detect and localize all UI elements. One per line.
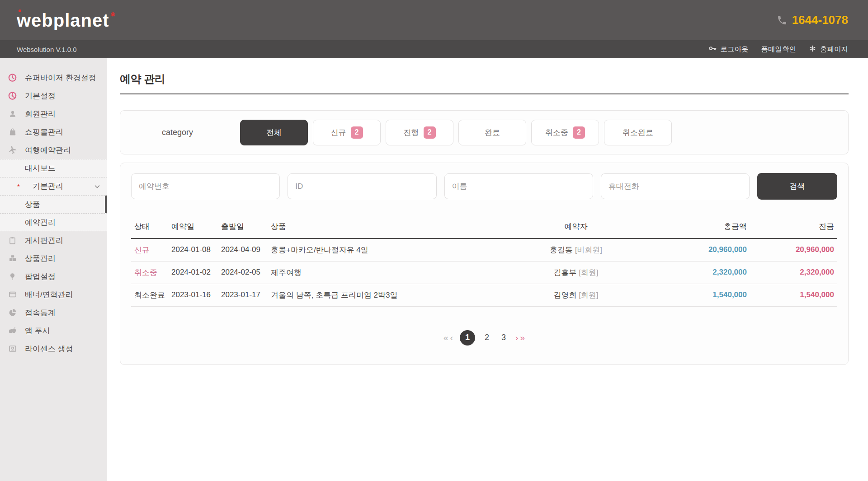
main-content: 예약 관리 category 전체신규2진행2완료취소중2취소완료 검색 상태예… bbox=[107, 58, 868, 481]
formmail-link-label: 폼메일확인 bbox=[761, 45, 797, 54]
status-text[interactable]: 취소중 bbox=[134, 268, 157, 277]
homepage-link-label: 홈페이지 bbox=[820, 45, 848, 54]
filter-progress[interactable]: 진행2 bbox=[386, 120, 453, 145]
banner-icon bbox=[8, 290, 17, 299]
sidebar-item-11[interactable]: 팝업설정 bbox=[0, 267, 107, 285]
cell-status: 신규 bbox=[131, 238, 168, 261]
cell-booked_date: 2023-01-16 bbox=[168, 284, 218, 306]
cell-customer: 김영희 [회원] bbox=[519, 284, 632, 306]
filter-new[interactable]: 신규2 bbox=[313, 120, 381, 145]
sidebar-scrollbar-thumb[interactable] bbox=[105, 196, 107, 215]
prev-page-button[interactable]: ‹ bbox=[450, 333, 453, 343]
sidebar-item-label: 배너/연혁관리 bbox=[25, 290, 73, 300]
app-push-icon bbox=[8, 326, 17, 336]
logout-link[interactable]: 로그아웃 bbox=[708, 44, 749, 55]
sidebar-item-10[interactable]: 상품관리 bbox=[0, 249, 107, 267]
sidebar-item-label: 기본관리 bbox=[33, 181, 63, 191]
total-amount: 1,540,000 bbox=[712, 290, 747, 299]
mobile-input[interactable] bbox=[601, 173, 750, 199]
category-label: category bbox=[162, 128, 240, 137]
filter-complete-label: 완료 bbox=[485, 127, 500, 138]
filter-all[interactable]: 전체 bbox=[240, 120, 308, 145]
filter-cancel-complete[interactable]: 취소완료 bbox=[604, 120, 672, 145]
last-page-button[interactable]: » bbox=[520, 333, 525, 343]
count-badge: 2 bbox=[424, 126, 436, 139]
filter-new-label: 신규 bbox=[331, 127, 346, 138]
table-row[interactable]: 최소완료2023-01-162023-01-17겨울의 남쪽, 초특급 프리미엄… bbox=[131, 284, 837, 306]
page-number-3[interactable]: 3 bbox=[499, 333, 509, 342]
homepage-link[interactable]: 홈페이지 bbox=[809, 45, 848, 54]
filter-canceling[interactable]: 취소중2 bbox=[531, 120, 599, 145]
column-header-customer: 예약자 bbox=[519, 217, 632, 238]
cell-balance: 1,540,000 bbox=[750, 284, 837, 306]
status-text[interactable]: 최소완료 bbox=[134, 291, 165, 299]
balance-amount: 1,540,000 bbox=[800, 290, 834, 299]
logo[interactable]: webplanet* bbox=[17, 11, 116, 29]
cell-total: 1,540,000 bbox=[632, 284, 750, 306]
sidebar-item-9[interactable]: 게시판관리 bbox=[0, 231, 107, 249]
cell-status: 취소중 bbox=[131, 261, 168, 284]
sidebar-item-14[interactable]: 앱 푸시 bbox=[0, 322, 107, 340]
sidebar-item-label: 여행예약관리 bbox=[25, 145, 71, 155]
airplane-icon bbox=[8, 145, 17, 155]
required-marker: * bbox=[17, 182, 25, 190]
page-number-2[interactable]: 2 bbox=[482, 333, 492, 342]
sidebar-item-1[interactable]: 기본설정 bbox=[0, 87, 107, 105]
sidebar-item-label: 팝업설정 bbox=[25, 271, 56, 282]
table-row[interactable]: 취소중2024-01-022024-02-05제주여행김흥부 [회원]2,320… bbox=[131, 261, 837, 284]
logo-text: webplanet bbox=[17, 10, 109, 30]
balance-amount: 2,320,000 bbox=[800, 268, 834, 276]
sidebar-item-7[interactable]: 상품 bbox=[0, 195, 107, 213]
first-page-button[interactable]: « bbox=[443, 333, 448, 343]
customer-name: 김영희 bbox=[553, 291, 576, 299]
column-header-balance: 잔금 bbox=[750, 217, 837, 238]
cell-customer: 홍길동 [비회원] bbox=[519, 238, 632, 261]
logo-dot-accent bbox=[19, 9, 21, 12]
table-row[interactable]: 신규2024-01-082024-04-09홍콩+마카오/반나절자유 4일홍길동… bbox=[131, 238, 837, 261]
sidebar-item-label: 쇼핑몰관리 bbox=[25, 127, 63, 137]
id-input[interactable] bbox=[288, 173, 436, 199]
formmail-link[interactable]: 폼메일확인 bbox=[761, 45, 797, 54]
license-icon bbox=[8, 344, 17, 353]
reservation-list-panel: 검색 상태예약일출발일상품예약자총금액잔금 신규2024-01-082024-0… bbox=[120, 163, 849, 365]
page: webplanet* 1644-1078 Websolution V.1.0.0… bbox=[0, 0, 868, 481]
pagination-back-arrows: «‹ bbox=[443, 333, 453, 343]
name-input[interactable] bbox=[444, 173, 593, 199]
sidebar-item-4[interactable]: 여행예약관리 bbox=[0, 141, 107, 159]
column-header-booked_date: 예약일 bbox=[168, 217, 218, 238]
search-button[interactable]: 검색 bbox=[757, 173, 837, 200]
filter-complete[interactable]: 완료 bbox=[458, 120, 526, 145]
sidebar-item-label: 라이센스 생성 bbox=[25, 344, 73, 354]
status-text[interactable]: 신규 bbox=[134, 246, 150, 254]
logout-link-label: 로그아웃 bbox=[721, 45, 749, 54]
sidebar-item-label: 예약관리 bbox=[25, 217, 56, 228]
filter-all-label: 전체 bbox=[266, 127, 282, 138]
reservation-number-input[interactable] bbox=[131, 173, 280, 199]
phone-number: 1644-1078 bbox=[777, 13, 848, 27]
sidebar-item-3[interactable]: 쇼핑몰관리 bbox=[0, 123, 107, 141]
sidebar-item-2[interactable]: 회원관리 bbox=[0, 105, 107, 123]
title-divider bbox=[120, 93, 849, 94]
cell-customer: 김흥부 [회원] bbox=[519, 261, 632, 284]
sidebar-item-8[interactable]: 예약관리 bbox=[0, 213, 107, 231]
table-header-row: 상태예약일출발일상품예약자총금액잔금 bbox=[131, 217, 837, 238]
cell-balance: 2,320,000 bbox=[750, 261, 837, 284]
sidebar-item-0[interactable]: 슈퍼바이저 환경설정 bbox=[0, 69, 107, 87]
sidebar-item-12[interactable]: 배너/연혁관리 bbox=[0, 285, 107, 304]
sidebar-item-6[interactable]: *기본관리 bbox=[0, 177, 107, 195]
popup-icon bbox=[8, 272, 17, 281]
stats-icon bbox=[8, 308, 17, 317]
customer-name: 홍길동 bbox=[550, 246, 573, 254]
supervisor-icon bbox=[8, 73, 17, 83]
sidebar-item-label: 게시판관리 bbox=[25, 235, 63, 246]
sidebar-item-15[interactable]: 라이센스 생성 bbox=[0, 340, 107, 358]
subheader-nav: 로그아웃폼메일확인홈페이지 bbox=[708, 44, 849, 55]
cell-product: 겨울의 남쪽, 초특급 프리미엄 2박3일 bbox=[268, 284, 519, 306]
page-number-1[interactable]: 1 bbox=[460, 330, 475, 346]
sidebar-item-13[interactable]: 접속통계 bbox=[0, 304, 107, 322]
filter-canceling-label: 취소중 bbox=[545, 127, 568, 138]
chevron-down-icon[interactable] bbox=[93, 182, 101, 193]
sidebar-item-5[interactable]: 대시보드 bbox=[0, 159, 107, 177]
sidebar-item-label: 대시보드 bbox=[25, 163, 56, 173]
next-page-button[interactable]: › bbox=[515, 333, 518, 343]
